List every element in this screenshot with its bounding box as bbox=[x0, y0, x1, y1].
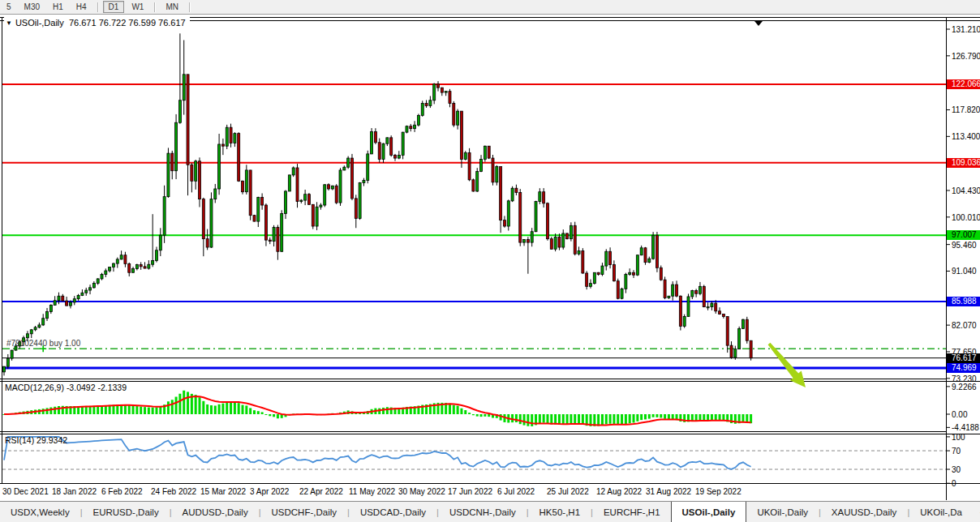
date-tick-label: 15 Mar 2022 bbox=[200, 487, 246, 496]
price-tick-label: 113.400 bbox=[952, 132, 980, 141]
chart-title: ▼USOil-,Daily 76.671 76.722 76.599 76.61… bbox=[4, 17, 190, 28]
rsi-tick-label: 100 bbox=[952, 433, 965, 442]
price-level-label: 97.007 bbox=[947, 230, 980, 240]
rsi-indicator bbox=[2, 437, 946, 469]
price-tick-label: 91.040 bbox=[952, 267, 977, 276]
price-level-label: 74.969 bbox=[947, 363, 980, 373]
date-tick-label: 31 Aug 2022 bbox=[646, 487, 691, 496]
price-level-label: 85.988 bbox=[947, 297, 980, 306]
macd-tick-label: 0.00 bbox=[952, 410, 967, 419]
timeframe-button-m30[interactable]: M30 bbox=[19, 1, 45, 13]
tab-usdchf-daily[interactable]: USDCHF-,Daily bbox=[261, 502, 348, 522]
price-tick-label: 117.820 bbox=[952, 105, 980, 114]
rsi-tick-label: 30 bbox=[952, 465, 961, 474]
tab-ukoil-daily[interactable]: UKOil-,Daily bbox=[746, 502, 819, 522]
toolbar-separator bbox=[154, 2, 155, 12]
tab-usdx-weekly[interactable]: USDX,Weekly bbox=[0, 502, 80, 522]
date-tick-label: 11 May 2022 bbox=[349, 487, 395, 496]
tab-eurchf-h1[interactable]: EURCHF-,H1 bbox=[593, 502, 671, 522]
open-position-label: #79102440 buy 1.00 bbox=[6, 339, 80, 348]
time-axis: 30 Dec 202118 Jan 20226 Feb 202224 Feb 2… bbox=[0, 486, 946, 500]
chart-ohlc-values: 76.671 76.722 76.599 76.617 bbox=[69, 18, 186, 28]
price-tick-label: 95.460 bbox=[952, 241, 977, 250]
macd-panel-label: MACD(12,26,9) -3.0492 -2.1339 bbox=[5, 383, 127, 392]
price-tick-label: 82.070 bbox=[952, 321, 977, 330]
tab-usdcad-daily[interactable]: USDCAD-,Daily bbox=[350, 502, 436, 522]
tab-scroll-arrows: ◄► bbox=[973, 502, 980, 522]
macd-tick-label: 9.2266 bbox=[952, 383, 977, 392]
mt4-window: 5M30H1H4D1W1MN ▼USOil-,Daily 76.671 76.7… bbox=[0, 0, 980, 522]
chart-shift-marker-icon bbox=[754, 21, 763, 26]
price-axis: 131.210126.790117.820113.400104.430100.0… bbox=[947, 0, 980, 500]
price-level-label: 76.617 bbox=[947, 353, 980, 363]
price-level-label: 109.036 bbox=[947, 158, 980, 168]
timeframe-toolbar: 5M30H1H4D1W1MN bbox=[0, 0, 980, 15]
date-tick-label: 12 Aug 2022 bbox=[596, 487, 642, 496]
down-arrow-annotation bbox=[768, 343, 806, 387]
toolbar-separator bbox=[97, 2, 98, 12]
tab-xauusd-daily[interactable]: XAUUSD-,Daily bbox=[821, 502, 908, 522]
chart-canvas[interactable] bbox=[0, 0, 980, 522]
timeframe-button-w1[interactable]: W1 bbox=[126, 1, 149, 13]
price-tick-label: 100.010 bbox=[952, 213, 980, 222]
date-tick-label: 19 Sep 2022 bbox=[695, 487, 741, 496]
rsi-tick-label: 0 bbox=[952, 479, 956, 488]
date-tick-label: 22 Apr 2022 bbox=[299, 487, 343, 496]
timeframe-button-mn[interactable]: MN bbox=[160, 1, 184, 13]
rsi-panel-label: RSI(14) 29.9342 bbox=[5, 435, 67, 445]
timeframe-button-h4[interactable]: H4 bbox=[71, 1, 92, 13]
collapse-triangle-icon[interactable]: ▼ bbox=[6, 19, 12, 27]
rsi-name: RSI(14) bbox=[5, 435, 34, 445]
price-tick-label: 131.210 bbox=[952, 25, 980, 34]
macd-values: -3.0492 -2.1339 bbox=[67, 383, 127, 392]
date-tick-label: 3 Apr 2022 bbox=[250, 487, 289, 496]
date-tick-label: 17 Jun 2022 bbox=[448, 487, 492, 496]
macd-indicator bbox=[3, 391, 753, 426]
date-tick-label: 6 Feb 2022 bbox=[101, 487, 143, 496]
rsi-value: 29.9342 bbox=[37, 435, 67, 445]
toolbar-separator bbox=[189, 2, 190, 12]
chart-tab-bar: USDX,Weekly|EURUSD-,Daily|AUDUSD-,Daily|… bbox=[0, 501, 980, 522]
date-tick-label: 25 Jul 2022 bbox=[547, 487, 589, 496]
date-tick-label: 24 Feb 2022 bbox=[151, 487, 196, 496]
tab-usoil-daily[interactable]: USOil-,Daily bbox=[671, 501, 747, 522]
price-tick-label: 104.430 bbox=[952, 186, 980, 195]
price-tick-label: 126.790 bbox=[952, 52, 980, 61]
timeframe-button-h1[interactable]: H1 bbox=[47, 1, 69, 13]
timeframe-button-d1[interactable]: D1 bbox=[103, 1, 125, 13]
rsi-tick-label: 70 bbox=[952, 447, 961, 456]
chart-symbol-label: USOil-,Daily bbox=[15, 18, 64, 28]
date-tick-label: 6 Jul 2022 bbox=[497, 487, 535, 496]
tab-hk50-h1[interactable]: HK50-,H1 bbox=[529, 502, 591, 522]
macd-name: MACD(12,26,9) bbox=[5, 383, 64, 392]
date-tick-label: 30 May 2022 bbox=[398, 487, 445, 496]
price-level-label: 122.066 bbox=[947, 79, 980, 89]
tab-audusd-daily[interactable]: AUDUSD-,Daily bbox=[172, 502, 259, 522]
timeframe-button-5[interactable]: 5 bbox=[1, 1, 17, 13]
date-tick-label: 18 Jan 2022 bbox=[52, 487, 97, 496]
date-tick-label: 30 Dec 2021 bbox=[2, 487, 49, 496]
tab-eurusd-daily[interactable]: EURUSD-,Daily bbox=[83, 502, 170, 522]
macd-tick-label: -4.4188 bbox=[952, 423, 979, 432]
tab-usdcnh-daily[interactable]: USDCNH-,Daily bbox=[439, 502, 527, 522]
tab-ukoil-da[interactable]: UKOil-,Da bbox=[909, 502, 973, 522]
